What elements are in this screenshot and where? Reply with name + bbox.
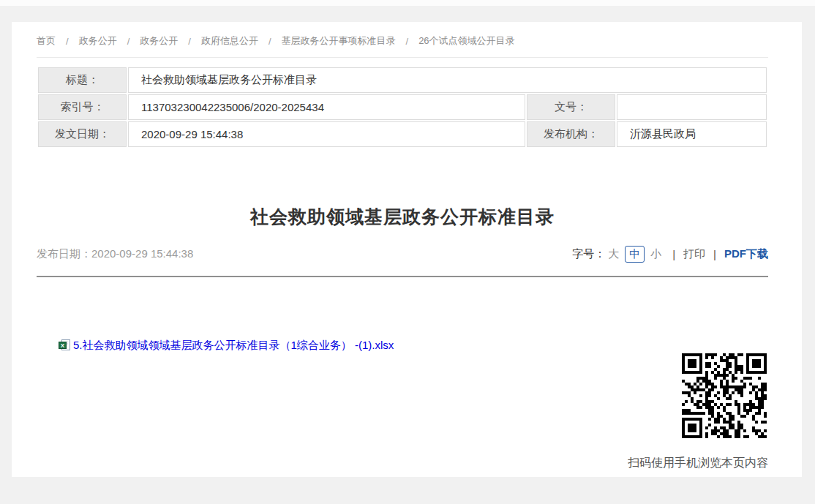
- issuing-agency-label: 发布机构：: [527, 121, 615, 147]
- breadcrumb: 首页 / 政务公开 / 政务公开 / 政府信息公开 / 基层政务公开事项标准目录…: [37, 22, 768, 58]
- breadcrumb-item-zhengwu-2[interactable]: 政务公开: [140, 34, 178, 48]
- breadcrumb-item-pilot-catalog[interactable]: 26个试点领域公开目录: [418, 34, 514, 48]
- font-size-small-button[interactable]: 小: [650, 247, 661, 261]
- issuing-agency-value: 沂源县民政局: [617, 121, 767, 147]
- index-number-value: 113703230042235006/2020-2025434: [128, 94, 525, 120]
- breadcrumb-item-home[interactable]: 首页: [37, 34, 56, 48]
- excel-file-icon: X: [59, 339, 70, 351]
- page-title: 社会救助领域基层政务公开标准目录: [37, 206, 768, 228]
- font-size-medium-button[interactable]: 中: [625, 246, 645, 263]
- attachment-link[interactable]: 5.社会救助领域领域基层政务公开标准目录（1综合业务） -(1).xlsx: [73, 339, 394, 353]
- breadcrumb-separator: /: [66, 36, 69, 47]
- qr-code: [682, 353, 767, 438]
- document-meta-table: 标题： 社会救助领域基层政务公开标准目录 索引号： 11370323004223…: [37, 66, 768, 148]
- toolbar-divider: |: [672, 248, 675, 260]
- title-label: 标题：: [38, 67, 127, 93]
- font-size-label: 字号：: [572, 247, 605, 261]
- qr-caption: 扫码使用手机浏览本页内容: [628, 456, 768, 471]
- qr-section: 扫码使用手机浏览本页内容: [37, 353, 768, 471]
- pdf-download-button[interactable]: PDF下载: [724, 247, 768, 261]
- issue-date-label: 发文日期：: [38, 121, 127, 147]
- publish-date: 发布日期：2020-09-29 15:44:38: [37, 247, 193, 261]
- title-value: 社会救助领域基层政务公开标准目录: [128, 67, 767, 93]
- print-button[interactable]: 打印: [683, 247, 705, 261]
- article-meta-row: 发布日期：2020-09-29 15:44:38 字号： 大 中 小 | 打印 …: [37, 246, 768, 277]
- table-row: 索引号： 113703230042235006/2020-2025434 文号：: [38, 94, 767, 120]
- breadcrumb-separator: /: [406, 36, 409, 47]
- content-card: 首页 / 政务公开 / 政务公开 / 政府信息公开 / 基层政务公开事项标准目录…: [12, 22, 802, 477]
- issue-date-value: 2020-09-29 15:44:38: [128, 121, 525, 147]
- doc-number-label: 文号：: [527, 94, 615, 120]
- index-number-label: 索引号：: [38, 94, 127, 120]
- breadcrumb-separator: /: [127, 36, 130, 47]
- article-toolbar: 字号： 大 中 小 | 打印 | PDF下载: [572, 246, 768, 263]
- table-row: 标题： 社会救助领域基层政务公开标准目录: [38, 67, 767, 93]
- attachment-row: X 5.社会救助领域领域基层政务公开标准目录（1综合业务） -(1).xlsx: [59, 339, 768, 352]
- page-top-strip: [0, 0, 815, 6]
- breadcrumb-separator: /: [268, 36, 271, 47]
- table-row: 发文日期： 2020-09-29 15:44:38 发布机构： 沂源县民政局: [38, 121, 767, 147]
- breadcrumb-item-gov-info[interactable]: 政府信息公开: [201, 34, 258, 48]
- breadcrumb-item-standard-catalog[interactable]: 基层政务公开事项标准目录: [282, 34, 396, 48]
- svg-text:X: X: [61, 342, 65, 349]
- breadcrumb-separator: /: [188, 36, 191, 47]
- breadcrumb-item-zhengwu-1[interactable]: 政务公开: [79, 34, 117, 48]
- toolbar-divider: |: [713, 248, 716, 260]
- font-size-large-button[interactable]: 大: [608, 247, 619, 261]
- doc-number-value: [617, 94, 767, 120]
